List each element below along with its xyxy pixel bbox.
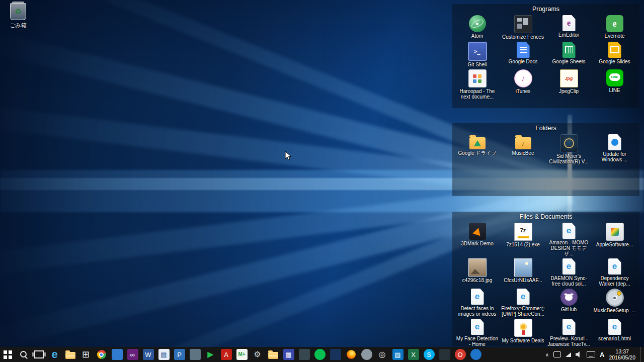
desktop-icon[interactable]: c4296c18.jpg: [454, 258, 500, 287]
taskbar-app-navy[interactable]: [328, 347, 343, 362]
desktop-icon-label: GitHub: [561, 307, 577, 312]
tray-tablet-icon[interactable]: [553, 351, 561, 357]
taskbar-app-blue-round[interactable]: [468, 347, 484, 362]
taskbar-media-play[interactable]: ▶: [203, 347, 218, 362]
clock-date: 2016/05/20: [609, 354, 635, 360]
desktop-icon-label: EmEditor: [558, 32, 579, 38]
jpegclip-icon: [560, 69, 578, 87]
desktop-icon[interactable]: Update for Windows ...: [592, 134, 637, 164]
desktop-icon[interactable]: MusicBee: [500, 134, 546, 164]
taskbar-word[interactable]: W: [140, 347, 156, 362]
desktop-icon[interactable]: FirefoxやChromeで [UWP] ShareCon...: [500, 289, 546, 317]
desktop-icon[interactable]: CfcsUrNUsAAF...: [500, 258, 546, 287]
desktop-icon[interactable]: Haroopad - The next docume...: [454, 69, 500, 100]
taskbar-program-p[interactable]: P: [172, 347, 187, 362]
fence-files-grid: 3DMark Demo7z1514 (2).exeAmazon - MOMO D…: [452, 223, 639, 346]
taskbar-opera[interactable]: O: [452, 347, 468, 362]
desktop-icon-label: Customize Fences: [502, 34, 544, 40]
desktop-icon-label: Update for Windows ...: [593, 151, 637, 162]
desktop-icon[interactable]: Evernote: [592, 15, 637, 40]
ime-mode-indicator[interactable]: A: [600, 351, 604, 358]
desktop-icon-label: My Face Detection - Home: [455, 336, 500, 346]
taskbar-app-dark[interactable]: [296, 347, 312, 362]
taskbar-line-icon: [314, 349, 326, 360]
desktop-icon[interactable]: DAEMON Sync- free cloud sol...: [546, 258, 592, 287]
taskbar-acrobat[interactable]: A: [218, 347, 234, 362]
fences-icon: [514, 15, 532, 33]
fence-files-documents[interactable]: Files & Documents 3DMark Demo7z1514 (2).…: [452, 212, 639, 346]
taskbar-document-app[interactable]: ▤: [156, 347, 172, 362]
edge-html-icon: [471, 289, 484, 305]
desktop-icon[interactable]: Dependency Walker (dep...: [592, 258, 637, 287]
desktop-icon[interactable]: Atom: [454, 15, 500, 40]
taskbar-edge-icon: e: [49, 349, 60, 360]
start-button[interactable]: [0, 347, 16, 362]
taskbar-edge[interactable]: e: [47, 347, 62, 362]
desktop-icon[interactable]: EmEditor: [546, 15, 592, 40]
desktop-icon-label: DAEMON Sync- free cloud sol...: [547, 276, 591, 287]
taskbar-folder-2[interactable]: [265, 347, 281, 362]
taskbar-firefox[interactable]: [343, 347, 359, 362]
desktop-icon[interactable]: Google Slides: [592, 42, 637, 67]
desktop-icon[interactable]: Git Shell: [454, 42, 500, 67]
fence-programs[interactable]: Programs AtomCustomize FencesEmEditorEve…: [452, 4, 639, 108]
taskbar-visual-studio[interactable]: ∞: [125, 347, 140, 362]
edge-html-icon: [608, 258, 621, 275]
taskbar-excel[interactable]: X: [406, 347, 421, 362]
recycle-bin-label: ごみ箱: [10, 22, 27, 29]
taskbar-program-p-icon: P: [174, 349, 185, 360]
taskbar-video-app[interactable]: ▦: [281, 347, 296, 362]
desktop-icon-label: Amazon - MOMO DESIGN モモデザ...: [547, 240, 591, 256]
taskbar-app-blue[interactable]: [109, 347, 125, 362]
desktop-icon[interactable]: Detect faces in images or videos: [454, 289, 500, 317]
desktop-icon[interactable]: Preview- Koruri - Japanese TrueTy...: [546, 319, 592, 346]
taskbar-line[interactable]: [312, 347, 328, 362]
taskbar-skype[interactable]: S: [421, 347, 437, 362]
desktop-icon[interactable]: 7z1514 (2).exe: [500, 223, 546, 256]
desktop-icon[interactable]: Customize Fences: [500, 15, 546, 40]
search-button[interactable]: [16, 347, 31, 362]
taskbar-mplus[interactable]: M+: [234, 347, 250, 362]
desktop-icon[interactable]: Google Docs: [500, 42, 546, 67]
taskbar-app-slate[interactable]: [187, 347, 203, 362]
desktop-icon[interactable]: MusicBeeSetup_...: [592, 289, 637, 317]
desktop-icon[interactable]: JpegClip: [546, 69, 592, 100]
taskbar-photos[interactable]: ▨: [390, 347, 406, 362]
taskbar-store[interactable]: ⊞: [78, 347, 94, 362]
ime-keyboard-icon[interactable]: [587, 351, 595, 357]
task-view-button[interactable]: [31, 347, 47, 362]
desktop-icon-label: AppleSoftware...: [596, 242, 633, 247]
desktop-icon[interactable]: 3DMark Demo: [454, 223, 500, 256]
desktop-icon-label: Preview- Koruri - Japanese TrueTy...: [547, 336, 591, 346]
taskbar-camera[interactable]: ◎: [374, 347, 390, 362]
recycle-bin[interactable]: ごみ箱: [2, 3, 34, 29]
taskbar-chrome-icon: [97, 350, 106, 359]
taskbar-file-explorer[interactable]: [62, 347, 78, 362]
network-icon[interactable]: [566, 352, 571, 357]
desktop-icon[interactable]: AppleSoftware...: [592, 223, 637, 256]
desktop-icon[interactable]: My Face Detection - Home: [454, 319, 500, 346]
taskbar-app-gray[interactable]: [359, 347, 374, 362]
desktop-icon[interactable]: iTunes: [500, 69, 546, 100]
desktop-icon[interactable]: Google ドライブ: [454, 134, 500, 164]
taskbar-chrome[interactable]: [94, 347, 109, 362]
taskbar-app-black[interactable]: [437, 347, 452, 362]
desktop-icon-label: JpegClip: [559, 88, 579, 94]
desktop-icon[interactable]: LINE: [592, 69, 637, 100]
show-desktop-button[interactable]: [640, 347, 643, 362]
fence-folders[interactable]: Folders Google ドライブMusicBeeSid Meier's C…: [452, 123, 639, 196]
desktop-icon[interactable]: scenario1.html: [592, 319, 637, 346]
recycle-bin-icon: [10, 3, 26, 20]
desktop-icon[interactable]: GitHub: [546, 289, 592, 317]
volume-icon[interactable]: [576, 351, 582, 357]
hidden-icons-chevron[interactable]: ∧: [545, 352, 549, 357]
taskbar-app-navy-icon: [330, 349, 341, 360]
desktop-icon[interactable]: Amazon - MOMO DESIGN モモデザ...: [546, 223, 592, 256]
taskbar-app-gray-icon: [361, 349, 372, 360]
desktop-icon[interactable]: Google Sheets: [546, 42, 592, 67]
desktop-icon[interactable]: Sid Meier's Civilization(R) V...: [546, 134, 592, 164]
taskbar-settings[interactable]: ⚙: [250, 347, 265, 362]
desktop-icon[interactable]: My Software Deals: [500, 319, 546, 346]
taskbar-clock[interactable]: 13:37 2016/05/20: [609, 348, 635, 360]
taskbar-file-explorer-icon: [65, 352, 75, 359]
